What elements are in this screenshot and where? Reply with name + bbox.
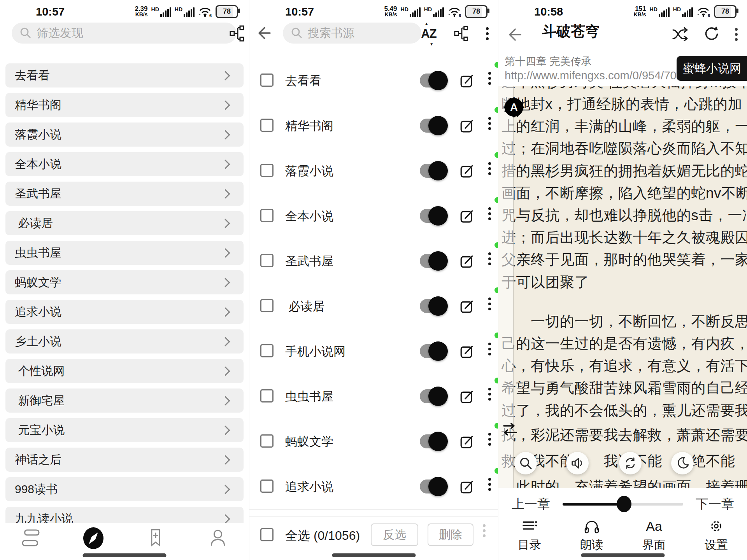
back-arrow-icon[interactable] (505, 26, 523, 43)
tab-interface[interactable]: Aa 界面 (623, 518, 685, 553)
source-group-item[interactable]: 去看看 (5, 63, 244, 88)
row-checkbox[interactable] (260, 480, 274, 493)
row-more-icon[interactable] (488, 162, 491, 175)
row-more-icon[interactable] (488, 388, 491, 401)
edit-icon[interactable] (459, 118, 474, 133)
row-more-icon[interactable] (488, 252, 491, 265)
source-group-item[interactable]: 神话之后 (5, 448, 244, 472)
enable-toggle[interactable] (420, 344, 445, 358)
row-more-icon[interactable] (488, 117, 491, 130)
sort-az-icon[interactable]: AZ (419, 26, 438, 42)
enable-toggle[interactable] (420, 480, 445, 494)
home-indicator[interactable] (332, 553, 416, 557)
book-source-row[interactable]: 必读居 (249, 284, 498, 329)
source-group-item[interactable]: 追求小说 (5, 300, 244, 324)
home-indicator[interactable] (581, 553, 665, 557)
book-source-row[interactable]: 去看看 (249, 58, 498, 104)
row-checkbox[interactable] (260, 164, 274, 177)
edit-icon[interactable] (459, 388, 474, 404)
source-group-item[interactable]: 998读书 (5, 477, 244, 501)
book-source-row[interactable]: 手机小说网 (249, 329, 498, 374)
enable-toggle[interactable] (420, 119, 445, 133)
edit-icon[interactable] (459, 253, 474, 269)
source-group-item[interactable]: 元宝小说 (5, 418, 244, 442)
edit-icon[interactable] (459, 73, 474, 88)
row-more-icon[interactable] (488, 478, 491, 491)
reader-more-icon[interactable] (730, 26, 742, 43)
row-more-icon[interactable] (488, 343, 491, 355)
enable-toggle[interactable] (420, 254, 445, 268)
row-checkbox[interactable] (260, 254, 274, 267)
change-source-icon[interactable] (671, 26, 690, 43)
row-checkbox[interactable] (260, 299, 274, 312)
group-manage-icon[interactable] (452, 24, 470, 43)
book-source-row[interactable]: 虫虫书屋 (249, 374, 498, 420)
filter-discover-search-input[interactable]: 筛选发现 (12, 23, 237, 44)
source-group-item[interactable]: 蚂蚁文学 (5, 270, 244, 294)
enable-toggle[interactable] (420, 74, 445, 88)
home-indicator[interactable] (83, 553, 167, 557)
refresh-icon[interactable] (702, 25, 721, 44)
edit-icon[interactable] (459, 298, 474, 314)
row-checkbox[interactable] (260, 209, 274, 222)
book-source-row[interactable]: 蚂蚁文学 (249, 419, 498, 465)
enable-toggle[interactable] (420, 389, 445, 403)
search-book-source-input[interactable]: 搜索书源 (283, 23, 421, 44)
row-checkbox[interactable] (260, 74, 274, 87)
book-source-row[interactable]: 全本小说 (249, 193, 498, 239)
tab-catalog[interactable]: 目录 (498, 518, 561, 553)
edit-icon[interactable] (459, 434, 474, 449)
source-group-item[interactable]: 全本小说 (5, 152, 244, 176)
row-more-icon[interactable] (488, 433, 491, 446)
source-group-item[interactable]: 新御宅屋 (5, 388, 244, 413)
book-source-row[interactable]: 圣武书屋 (249, 238, 498, 284)
source-group-item[interactable]: 虫虫书屋 (5, 241, 244, 265)
source-group-item[interactable]: 个性说网 (5, 359, 244, 383)
source-group-item[interactable]: 精华书阁 (5, 93, 244, 117)
prev-chapter-button[interactable]: 上一章 (512, 495, 550, 513)
edit-icon[interactable] (459, 343, 474, 359)
row-more-icon[interactable] (488, 72, 491, 85)
row-checkbox[interactable] (260, 344, 274, 357)
night-mode-button[interactable] (671, 452, 694, 474)
book-source-row[interactable]: 落霞小说 (249, 148, 498, 194)
select-all-label[interactable]: 全选 (0/1056) (285, 527, 360, 544)
book-source-row[interactable]: 追求小说 (249, 464, 498, 510)
group-manage-icon[interactable] (228, 24, 247, 43)
more-menu-icon[interactable] (481, 25, 493, 42)
next-chapter-button[interactable]: 下一章 (696, 495, 734, 513)
row-more-icon[interactable] (488, 207, 491, 220)
edit-icon[interactable] (459, 208, 474, 224)
enable-toggle[interactable] (420, 164, 445, 178)
book-source-row[interactable]: 精华书阁 (249, 103, 498, 149)
back-arrow-icon[interactable] (255, 24, 273, 42)
row-more-icon[interactable] (488, 298, 491, 310)
source-group-item[interactable]: 乡土小说 (5, 329, 244, 354)
enable-toggle[interactable] (420, 209, 445, 223)
edit-icon[interactable] (459, 163, 474, 178)
nav-bookshelf-tab[interactable] (0, 523, 62, 560)
search-in-book-button[interactable] (514, 452, 537, 474)
chapter-progress-slider[interactable] (563, 503, 683, 506)
select-all-checkbox[interactable] (260, 528, 274, 541)
source-group-item[interactable]: 圣武书屋 (5, 182, 244, 206)
row-checkbox[interactable] (260, 389, 274, 402)
chapter-progress-thumb[interactable] (617, 496, 631, 512)
edit-icon[interactable] (459, 479, 474, 494)
tab-settings[interactable]: 设置 (685, 518, 747, 553)
row-checkbox[interactable] (260, 119, 274, 132)
read-aloud-button[interactable] (566, 452, 589, 474)
invert-selection-button[interactable]: 反选 (371, 523, 418, 546)
enable-toggle[interactable] (420, 434, 445, 448)
footer-more-icon[interactable] (483, 524, 486, 537)
enable-toggle[interactable] (420, 299, 445, 313)
nav-profile-tab[interactable] (187, 523, 249, 560)
tab-read-aloud[interactable]: 朗读 (561, 518, 623, 553)
swap-arrows-icon[interactable] (501, 422, 519, 436)
source-group-item[interactable]: 必读居 (5, 211, 244, 235)
row-checkbox[interactable] (260, 434, 274, 448)
refresh-source-button[interactable] (619, 452, 642, 474)
delete-button[interactable]: 删除 (428, 523, 473, 546)
source-group-item[interactable]: 落霞小说 (5, 122, 244, 147)
floating-reader-bubble[interactable]: A (504, 97, 524, 117)
